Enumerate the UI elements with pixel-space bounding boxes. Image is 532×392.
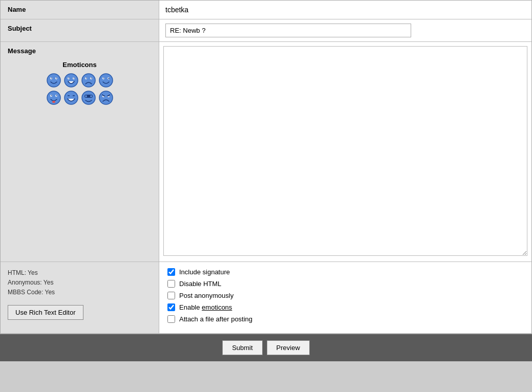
svg-point-24 [56,95,57,96]
options-right: Include signature Disable HTML Post anon… [159,262,531,333]
disable-html-label[interactable]: Disable HTML [179,280,221,288]
emoticon-wink[interactable] [98,73,114,88]
include-signature-item: Include signature [167,268,523,276]
emoticon-cool[interactable] [81,90,96,105]
emoticon-grid [8,73,152,105]
message-label: Message [8,47,152,55]
emoticons-link[interactable]: emoticons [202,303,232,311]
emoticon-laugh[interactable] [63,90,79,105]
svg-point-9 [73,78,74,79]
subject-row: Subject [1,19,531,42]
message-row: Message Emoticons [1,42,531,262]
name-row: Name tcbetka [1,1,531,19]
form-container: Name tcbetka Subject Message Emoticons [0,0,532,334]
enable-emoticons-item: Enable emoticons [167,303,523,311]
emoticon-row-2 [46,90,114,105]
emoticon-row-1 [46,73,114,88]
post-anon-item: Post anonymously [167,292,523,299]
subject-input[interactable] [165,24,411,37]
options-left: HTML: Yes Anonymous: Yes MBBS Code: Yes … [1,262,159,333]
svg-point-5 [65,74,78,87]
disable-html-checkbox[interactable] [167,280,175,288]
submit-button[interactable]: Submit [222,340,262,355]
info-html: HTML: Yes [8,268,152,278]
include-signature-checkbox[interactable] [167,268,175,276]
subject-value-col [159,19,531,41]
svg-point-31 [85,95,87,97]
svg-point-8 [68,78,69,79]
message-input-col [159,42,531,262]
svg-point-14 [91,78,92,79]
emoticon-smile[interactable] [46,73,61,88]
message-textarea[interactable] [163,46,527,256]
preview-button[interactable]: Preview [267,340,310,355]
svg-point-10 [82,74,95,87]
svg-point-32 [90,95,92,97]
emoticon-sad[interactable] [81,73,96,88]
attach-file-label[interactable]: Attach a file after posting [179,315,252,323]
attach-file-item: Attach a file after posting [167,315,523,323]
name-label: Name [1,1,159,19]
subject-label: Subject [1,19,159,41]
emoticon-grin[interactable] [63,73,79,88]
include-signature-label[interactable]: Include signature [179,268,230,276]
svg-point-26 [65,91,78,104]
name-value: tcbetka [159,1,531,19]
info-mbbs: MBBS Code: Yes [8,288,152,297]
svg-point-15 [99,74,113,87]
enable-emoticons-label[interactable]: Enable emoticons [179,303,232,311]
emoticon-tongue[interactable] [46,90,61,105]
footer-bar: Submit Preview [0,334,532,361]
svg-point-3 [51,78,52,79]
svg-point-0 [47,74,60,87]
options-row: HTML: Yes Anonymous: Yes MBBS Code: Yes … [1,262,531,334]
emoticons-section: Emoticons [8,61,152,105]
info-anonymous: Anonymous: Yes [8,278,152,288]
message-label-col: Message Emoticons [1,42,159,262]
emoticon-angry[interactable] [98,90,114,105]
attach-file-checkbox[interactable] [167,315,175,323]
svg-point-13 [86,78,87,79]
svg-point-4 [56,78,57,79]
emoticons-title: Emoticons [8,61,152,69]
options-info: HTML: Yes Anonymous: Yes MBBS Code: Yes [8,268,152,298]
svg-point-25 [52,101,55,103]
svg-point-33 [99,91,113,104]
post-anonymously-checkbox[interactable] [167,292,175,299]
svg-point-18 [103,78,104,79]
enable-emoticons-checkbox[interactable] [167,303,175,311]
disable-html-item: Disable HTML [167,280,523,288]
rich-text-editor-button[interactable]: Use Rich Text Editor [8,305,83,320]
post-anonymously-label[interactable]: Post anonymously [179,292,233,299]
svg-point-23 [51,95,52,96]
